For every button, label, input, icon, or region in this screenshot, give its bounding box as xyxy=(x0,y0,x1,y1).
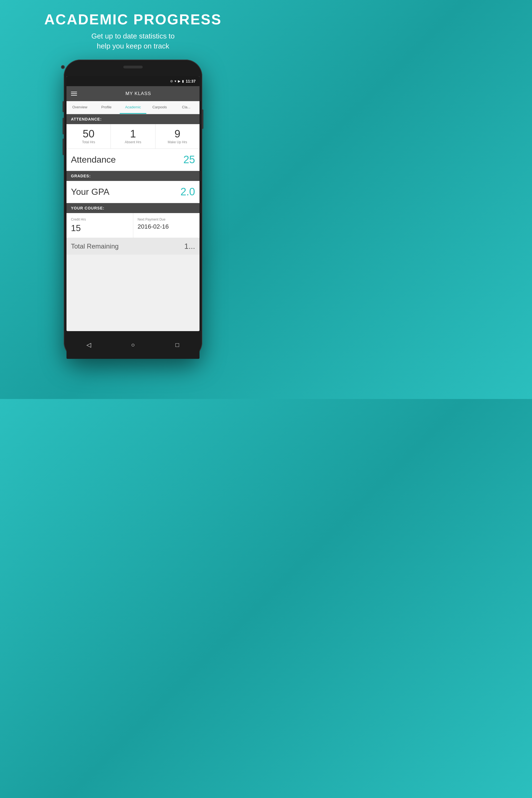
status-time: 11:37 xyxy=(186,79,196,83)
nav-recent-button[interactable]: □ xyxy=(171,339,184,351)
nav-back-button[interactable]: ◁ xyxy=(82,339,95,351)
credit-hrs-value: 15 xyxy=(71,223,129,233)
total-hrs-cell: 50 Total Hrs xyxy=(66,124,111,149)
total-hrs-label: Total Hrs xyxy=(69,140,108,144)
page-header: ACADEMIC PROGRESS Get up to date statist… xyxy=(39,0,227,57)
hamburger-line-1 xyxy=(71,92,77,92)
phone-screen: ⊘ ▾ ▶ ▮ 11:37 MY KLASS Overview xyxy=(66,76,200,331)
payment-due-value: 2016-02-16 xyxy=(138,223,195,230)
main-content: ATTENDANCE: 50 Total Hrs 1 Absent Hrs 9 … xyxy=(66,114,200,255)
tab-profile[interactable]: Profile xyxy=(93,101,120,114)
phone-camera xyxy=(61,65,65,69)
tab-class[interactable]: Cla... xyxy=(173,101,200,114)
attendance-section-header: ATTENDANCE: xyxy=(66,114,200,124)
makeup-hrs-label: Make Up Hrs xyxy=(158,140,197,144)
absent-hrs-label: Absent Hrs xyxy=(113,140,153,144)
makeup-hrs-cell: 9 Make Up Hrs xyxy=(155,124,200,149)
credit-hrs-label: Credit Hrs xyxy=(71,217,129,222)
nav-home-button[interactable]: ○ xyxy=(127,339,139,351)
gpa-label: Your GPA xyxy=(71,187,110,197)
credit-hrs-cell: Credit Hrs 15 xyxy=(66,213,133,238)
wifi-icon: ▾ xyxy=(174,79,176,83)
battery-icon: ▮ xyxy=(182,79,184,83)
app-bar: MY KLASS xyxy=(66,86,200,101)
hamburger-line-2 xyxy=(71,93,77,94)
gpa-value: 2.0 xyxy=(180,186,195,198)
payment-due-cell: Next Payment Due 2016-02-16 xyxy=(133,213,200,238)
phone-button-left-3 xyxy=(63,138,64,155)
gpa-metric-row: Your GPA 2.0 xyxy=(66,181,200,203)
grades-section-header: GRADES: xyxy=(66,171,200,181)
page-subtitle: Get up to date statistics tohelp you kee… xyxy=(44,31,222,51)
phone-button-power xyxy=(202,110,203,129)
attendance-stats-row: 50 Total Hrs 1 Absent Hrs 9 Make Up Hrs xyxy=(66,124,200,149)
page-title: ACADEMIC PROGRESS xyxy=(44,11,222,28)
attendance-label: Attendance xyxy=(71,155,116,165)
phone-nav-bar: ◁ ○ □ xyxy=(66,331,200,359)
course-section-header: YOUR COURSE: xyxy=(66,203,200,213)
phone-body: ⊘ ▾ ▶ ▮ 11:37 MY KLASS Overview xyxy=(64,60,202,359)
attendance-metric-row: Attendance 25 xyxy=(66,149,200,171)
phone-button-left-2 xyxy=(63,118,64,134)
tab-overview[interactable]: Overview xyxy=(66,101,93,114)
hamburger-menu-button[interactable] xyxy=(71,92,77,96)
total-remaining-row: Total Remaining 1... xyxy=(66,238,200,255)
total-remaining-label: Total Remaining xyxy=(71,243,119,250)
no-sim-icon: ⊘ xyxy=(170,79,173,83)
attendance-value: 25 xyxy=(184,154,195,166)
total-hrs-value: 50 xyxy=(69,129,108,139)
payment-due-label: Next Payment Due xyxy=(138,217,195,222)
phone-button-left-1 xyxy=(63,101,64,112)
course-info-row: Credit Hrs 15 Next Payment Due 2016-02-1… xyxy=(66,213,200,238)
hamburger-line-3 xyxy=(71,95,77,96)
status-icons: ⊘ ▾ ▶ ▮ 11:37 xyxy=(170,79,196,83)
status-bar: ⊘ ▾ ▶ ▮ 11:37 xyxy=(66,76,200,86)
makeup-hrs-value: 9 xyxy=(158,129,197,139)
signal-icon: ▶ xyxy=(178,79,180,83)
tab-carpools[interactable]: Carpools xyxy=(146,101,173,114)
total-remaining-value: 1... xyxy=(184,242,195,251)
phone-mockup: ⊘ ▾ ▶ ▮ 11:37 MY KLASS Overview xyxy=(64,60,202,359)
tab-academic[interactable]: Academic xyxy=(120,101,146,114)
app-bar-title: MY KLASS xyxy=(81,91,195,96)
absent-hrs-value: 1 xyxy=(113,129,153,139)
tab-bar: Overview Profile Academic Carpools Cla..… xyxy=(66,101,200,114)
absent-hrs-cell: 1 Absent Hrs xyxy=(111,124,155,149)
phone-speaker xyxy=(123,66,143,69)
